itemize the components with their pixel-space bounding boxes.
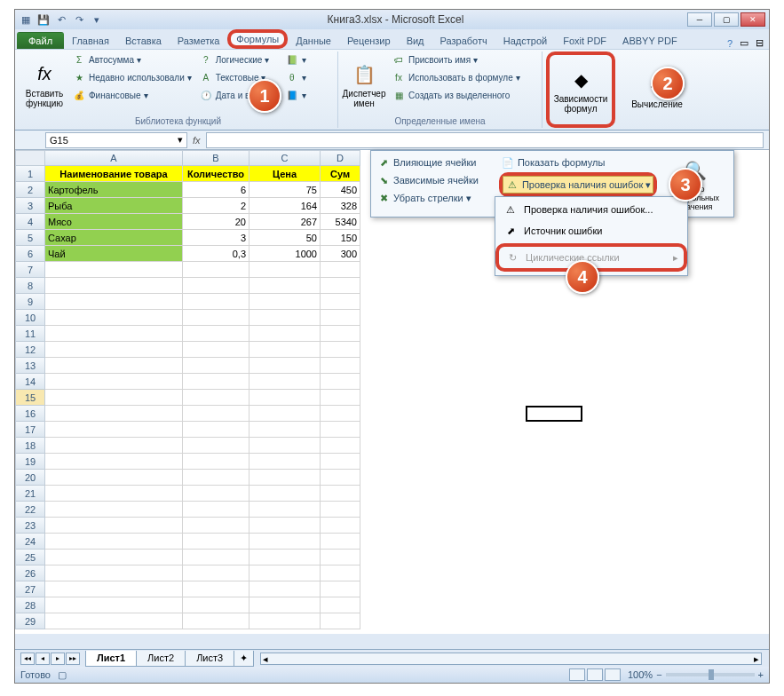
cell[interactable] — [249, 550, 321, 566]
tab-layout[interactable]: Разметка — [170, 32, 228, 49]
show-formulas-button[interactable]: 📄Показать формулы — [499, 154, 657, 170]
cell[interactable] — [45, 374, 183, 390]
insert-function-button[interactable]: fx Вставить функцию — [22, 51, 67, 116]
row-header[interactable]: 16 — [15, 406, 45, 422]
cell[interactable]: Цена — [249, 166, 321, 182]
cell[interactable]: 2 — [183, 198, 249, 214]
close-button[interactable]: ✕ — [740, 12, 765, 27]
cell[interactable] — [183, 390, 249, 406]
cell[interactable] — [45, 262, 183, 278]
zoom-out-button[interactable]: − — [656, 669, 661, 680]
row-header[interactable]: 11 — [15, 326, 45, 342]
cell[interactable] — [45, 454, 183, 470]
view-buttons[interactable] — [569, 668, 621, 681]
cell[interactable] — [249, 566, 321, 581]
cell[interactable]: Чай — [45, 246, 183, 262]
cell[interactable]: 0,3 — [183, 246, 249, 262]
row-header[interactable]: 14 — [15, 374, 45, 390]
row-header[interactable]: 18 — [15, 438, 45, 454]
trace-dependents-button[interactable]: ⬊Зависимые ячейки — [375, 172, 495, 188]
save-icon[interactable]: 💾 — [36, 12, 51, 27]
cell[interactable]: Мясо — [45, 214, 183, 230]
cell[interactable] — [321, 581, 360, 597]
math-button[interactable]: θ▾ — [283, 69, 308, 85]
row-header[interactable]: 12 — [15, 342, 45, 358]
tab-developer[interactable]: Разработч — [432, 32, 495, 49]
maximize-button[interactable]: ▢ — [714, 12, 739, 27]
cell[interactable]: 6 — [183, 182, 249, 198]
cell[interactable]: Наименование товара — [45, 166, 183, 182]
cell[interactable] — [249, 374, 321, 390]
row-header[interactable]: 8 — [15, 278, 45, 294]
cell[interactable]: 150 — [321, 230, 360, 246]
cell[interactable] — [321, 597, 360, 613]
cell[interactable] — [45, 613, 183, 629]
cell[interactable] — [249, 326, 321, 342]
cell[interactable] — [45, 422, 183, 438]
cell[interactable] — [249, 262, 321, 278]
cell[interactable]: 328 — [321, 198, 360, 214]
cell[interactable] — [183, 613, 249, 629]
cell[interactable] — [321, 502, 360, 518]
tab-formulas[interactable]: Формулы — [227, 29, 288, 49]
cell[interactable] — [183, 502, 249, 518]
cell[interactable] — [45, 326, 183, 342]
define-name-button[interactable]: 🏷Присвоить имя ▾ — [390, 51, 522, 67]
cell[interactable]: 20 — [183, 214, 249, 230]
cell[interactable] — [321, 406, 360, 422]
cell[interactable] — [249, 502, 321, 518]
cell[interactable] — [249, 390, 321, 406]
cell[interactable] — [321, 262, 360, 278]
row-header[interactable]: 22 — [15, 502, 45, 518]
autosum-button[interactable]: ΣАвтосумма ▾ — [70, 51, 194, 67]
remove-arrows-button[interactable]: ✖Убрать стрелки ▾ — [375, 190, 495, 206]
row-header[interactable]: 6 — [15, 246, 45, 262]
row-header[interactable]: 29 — [15, 613, 45, 629]
cell[interactable] — [249, 518, 321, 534]
cell[interactable]: Сум — [321, 166, 360, 182]
cell[interactable]: Сахар — [45, 230, 183, 246]
cell[interactable] — [183, 550, 249, 566]
qat-more-icon[interactable]: ▾ — [90, 12, 104, 27]
cell[interactable] — [45, 390, 183, 406]
name-manager-button[interactable]: 📋 Диспетчер имен — [342, 51, 386, 116]
cell[interactable]: Количество — [183, 166, 249, 182]
tab-data[interactable]: Данные — [288, 32, 339, 49]
cell[interactable] — [321, 294, 360, 310]
cell[interactable] — [249, 422, 321, 438]
cell[interactable]: 50 — [249, 230, 321, 246]
sheet-tab-1[interactable]: Лист1 — [85, 651, 137, 667]
row-header[interactable]: 24 — [15, 534, 45, 550]
quick-access-toolbar[interactable]: ▦ 💾 ↶ ↷ ▾ — [19, 12, 104, 27]
cell[interactable] — [249, 406, 321, 422]
row-header[interactable]: 5 — [15, 230, 45, 246]
cell[interactable] — [321, 422, 360, 438]
tab-view[interactable]: Вид — [399, 32, 432, 49]
ribbon-options-icon[interactable]: ⊟ — [756, 37, 764, 49]
cell[interactable] — [45, 310, 183, 326]
zoom-in-button[interactable]: + — [758, 669, 764, 680]
cell[interactable] — [321, 374, 360, 390]
macro-icon[interactable]: ▢ — [58, 669, 67, 681]
cell[interactable] — [183, 422, 249, 438]
formula-auditing-button[interactable]: ◆ Зависимости формул — [546, 51, 615, 128]
cell[interactable] — [45, 550, 183, 566]
zoom-level[interactable]: 100% — [628, 669, 653, 680]
tab-home[interactable]: Главная — [64, 32, 117, 49]
cell[interactable] — [45, 597, 183, 613]
cell[interactable] — [249, 438, 321, 454]
tab-abbyy[interactable]: ABBYY PDF — [614, 32, 685, 49]
cell[interactable] — [249, 534, 321, 550]
row-header[interactable]: 28 — [15, 597, 45, 613]
cell[interactable] — [183, 518, 249, 534]
cell[interactable] — [183, 358, 249, 374]
cell[interactable] — [249, 310, 321, 326]
cell[interactable] — [249, 613, 321, 629]
cell[interactable]: 267 — [249, 214, 321, 230]
row-header[interactable]: 21 — [15, 486, 45, 502]
fx-label[interactable]: fx — [187, 135, 206, 146]
cell[interactable] — [183, 581, 249, 597]
row-header[interactable]: 20 — [15, 470, 45, 486]
cell[interactable] — [249, 470, 321, 486]
cell[interactable] — [321, 326, 360, 342]
